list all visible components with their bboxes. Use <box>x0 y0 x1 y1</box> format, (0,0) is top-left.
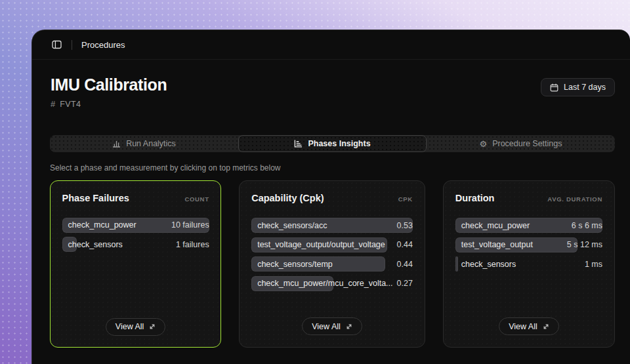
metric-rows: check_sensors/acc 0.53 test_voltage_outp… <box>251 218 413 291</box>
chart-rows-icon <box>294 140 303 148</box>
gear-icon: ⚙ <box>480 140 488 148</box>
breadcrumb[interactable]: Procedures <box>81 40 125 50</box>
hash-icon: # <box>51 99 55 109</box>
card-header: Phase Failures COUNT <box>62 193 209 203</box>
row-value: 0.53 <box>397 221 413 230</box>
row-value: 1 failures <box>176 240 209 249</box>
panel-left-icon <box>52 40 62 49</box>
metric-cards: Phase Failures COUNT check_mcu_power 10 … <box>50 180 615 348</box>
card-header: Duration AVG. DURATION <box>455 193 602 203</box>
card-capability[interactable]: Capability (Cpk) CPK check_sensors/acc 0… <box>239 180 425 348</box>
row-value: 5 s 12 ms <box>567 240 602 249</box>
view-all-button[interactable]: View All <box>499 317 559 335</box>
card-title: Duration <box>455 193 495 203</box>
card-phase-failures[interactable]: Phase Failures COUNT check_mcu_power 10 … <box>50 180 221 348</box>
row-label: check_mcu_power <box>455 221 534 230</box>
topbar: Procedures <box>32 30 630 60</box>
row-value: 6 s 6 ms <box>572 221 602 230</box>
tab-procedure-settings[interactable]: ⚙ Procedure Settings <box>427 135 615 152</box>
row-label: check_mcu_power/mcu_core_volta... <box>251 279 396 288</box>
page-title: IMU Calibration <box>51 75 167 94</box>
card-title: Capability (Cpk) <box>251 193 324 203</box>
card-metric-label: CPK <box>398 195 413 203</box>
metric-row[interactable]: check_mcu_power/mcu_core_volta... 0.27 <box>251 276 413 291</box>
card-title: Phase Failures <box>62 193 129 203</box>
row-label: check_mcu_power <box>62 220 140 230</box>
hint-text: Select a phase and measurement by clicki… <box>50 163 612 172</box>
metric-row[interactable]: check_sensors 1 ms <box>455 256 602 272</box>
metric-row[interactable]: check_sensors/acc 0.53 <box>251 218 413 233</box>
card-duration[interactable]: Duration AVG. DURATION check_mcu_power 6… <box>443 180 615 348</box>
topbar-divider <box>72 40 72 50</box>
page-header: IMU Calibration # FVT4 Last 7 days <box>32 60 630 109</box>
row-label: test_voltage_output/output_voltage <box>251 240 389 249</box>
page-title-block: IMU Calibration # FVT4 <box>51 75 167 109</box>
tab-bar: Run Analytics Phases Insights ⚙ Procedur… <box>50 135 615 152</box>
row-label: check_sensors/temp <box>251 260 337 269</box>
metric-row[interactable]: check_sensors/temp 0.44 <box>251 256 413 272</box>
app-window: Procedures IMU Calibration # FVT4 Last 7… <box>32 30 630 364</box>
metric-row[interactable]: check_mcu_power 10 failures <box>62 218 209 233</box>
card-metric-label: AVG. DURATION <box>547 195 602 203</box>
metric-row[interactable]: test_voltage_output/output_voltage 0.44 <box>251 237 413 253</box>
row-value: 10 failures <box>171 220 209 230</box>
row-value: 0.44 <box>397 240 413 249</box>
metric-row[interactable]: test_voltage_output 5 s 12 ms <box>455 237 602 253</box>
date-range-button[interactable]: Last 7 days <box>541 78 615 96</box>
tab-label: Procedure Settings <box>492 139 562 148</box>
metric-row[interactable]: check_sensors 1 failures <box>62 237 209 252</box>
metric-row[interactable]: check_mcu_power 6 s 6 ms <box>455 218 602 233</box>
view-all-label: View All <box>312 322 341 331</box>
expand-icon <box>346 323 352 330</box>
view-all-label: View All <box>509 322 537 331</box>
procedure-tag-label: FVT4 <box>60 100 81 109</box>
row-label: check_sensors <box>62 240 127 249</box>
view-all-button[interactable]: View All <box>302 317 362 335</box>
view-all-label: View All <box>116 322 144 331</box>
row-label: test_voltage_output <box>455 240 537 249</box>
tab-label: Phases Insights <box>308 139 370 148</box>
card-header: Capability (Cpk) CPK <box>251 193 413 203</box>
sidebar-toggle-button[interactable] <box>48 36 65 53</box>
row-value: 0.27 <box>397 279 413 288</box>
card-metric-label: COUNT <box>184 195 209 203</box>
procedure-tag: # FVT4 <box>51 99 167 109</box>
row-value: 1 ms <box>585 260 602 269</box>
tab-phases-insights[interactable]: Phases Insights <box>238 135 427 152</box>
view-all-button[interactable]: View All <box>106 318 166 336</box>
bar-chart-icon <box>112 140 121 148</box>
row-label: check_sensors <box>455 260 520 269</box>
metric-rows: check_mcu_power 6 s 6 ms test_voltage_ou… <box>455 218 602 272</box>
row-label: check_sensors/acc <box>251 221 331 230</box>
row-value: 0.44 <box>397 260 413 269</box>
metric-rows: check_mcu_power 10 failures check_sensor… <box>62 218 209 253</box>
date-range-label: Last 7 days <box>564 83 606 92</box>
expand-icon <box>543 323 549 330</box>
tab-label: Run Analytics <box>126 139 176 148</box>
tab-run-analytics[interactable]: Run Analytics <box>50 135 238 152</box>
expand-icon <box>149 323 156 330</box>
calendar-icon <box>550 83 558 92</box>
